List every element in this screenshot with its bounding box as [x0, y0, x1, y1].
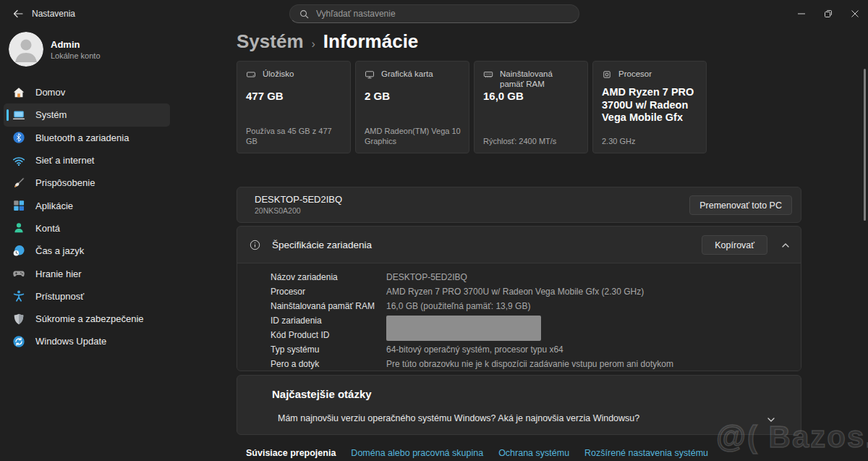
- time-language-icon: [12, 245, 25, 258]
- breadcrumb-parent[interactable]: Systém: [237, 30, 304, 53]
- window-controls: [788, 0, 868, 28]
- device-name-card: DESKTOP-5ED2IBQ 20NKS0A200 Premenovať to…: [237, 187, 801, 223]
- storage-icon: [246, 69, 256, 80]
- sidebar-item-label: Kontá: [35, 223, 60, 234]
- related-links: Súvisiace prepojenia Doména alebo pracov…: [246, 448, 708, 458]
- minimize-button[interactable]: [788, 0, 814, 28]
- spec-row: Procesor AMD Ryzen 7 PRO 3700U w/ Radeon…: [237, 284, 801, 299]
- storage-card[interactable]: Úložisko 477 GB Používa sa 45 GB z 477 G…: [237, 61, 351, 153]
- sidebar-item-domov[interactable]: Domov: [4, 81, 170, 103]
- sidebar-item-personalization[interactable]: Prispôsobenie: [4, 172, 170, 194]
- specs-body: Názov zariadenia DESKTOP-5ED2IBQ Proceso…: [237, 263, 801, 371]
- search-icon: [299, 9, 310, 20]
- card-label: Procesor: [618, 69, 652, 79]
- page-title: Informácie: [323, 30, 419, 53]
- specs-header[interactable]: Špecifikácie zariadenia Kopírovať: [237, 227, 801, 263]
- gaming-icon: [12, 267, 25, 280]
- restore-button[interactable]: [814, 0, 841, 28]
- back-button[interactable]: [7, 3, 29, 25]
- spec-label: Názov zariadenia: [271, 272, 386, 282]
- spec-value: Pre túto obrazovku nie je k dispozícii z…: [386, 359, 673, 369]
- sidebar-item-apps[interactable]: Aplikácie: [4, 194, 170, 216]
- link-advanced-system-settings[interactable]: Rozšírené nastavenia systému: [584, 448, 708, 458]
- breadcrumb-separator-icon: ›: [312, 38, 315, 51]
- related-links-title: Súvisiace prepojenia: [246, 448, 336, 458]
- card-detail: AMD Radeon(TM) Vega 10 Graphics: [365, 126, 463, 146]
- redacted-value-overlay: [386, 316, 541, 341]
- sidebar-item-bluetooth[interactable]: Bluetooth a zariadenia: [4, 127, 170, 149]
- breadcrumb: Systém › Informácie: [237, 30, 418, 53]
- watermark: @( Bazos.sk: [716, 420, 868, 454]
- chevron-up-icon[interactable]: [780, 240, 791, 250]
- link-system-protection[interactable]: Ochrana systému: [498, 448, 569, 458]
- bluetooth-icon: [12, 131, 25, 144]
- device-name: DESKTOP-5ED2IBQ: [255, 194, 342, 205]
- sidebar-item-privacy[interactable]: Súkromie a zabezpečenie: [4, 308, 170, 330]
- spec-label: Typ systému: [271, 344, 386, 355]
- sidebar: Admin Lokálne konto Domov Systém Bluetoo…: [0, 28, 224, 461]
- search-input[interactable]: [316, 9, 570, 19]
- sidebar-item-label: Aplikácie: [35, 200, 73, 211]
- spec-row: Názov zariadenia DESKTOP-5ED2IBQ: [237, 270, 801, 284]
- accounts-icon: [12, 221, 25, 234]
- gpu-icon: [365, 69, 375, 80]
- spec-label: Pero a dotyk: [271, 359, 386, 369]
- sidebar-item-label: Sieť a internet: [35, 155, 94, 166]
- spec-label: Nainštalovaná pamäť RAM: [271, 301, 386, 311]
- card-value: 16,0 GB: [483, 90, 580, 102]
- cpu-card[interactable]: Procesor AMD Ryzen 7 PRO 3700U w/ Radeon…: [592, 61, 707, 153]
- specs-title: Špecifikácie zariadenia: [272, 240, 372, 250]
- rename-pc-button[interactable]: Premenovať toto PC: [689, 195, 792, 215]
- spec-value: 16,0 GB (použiteľná pamäť: 13,9 GB): [386, 301, 530, 311]
- sidebar-item-time-language[interactable]: Čas a jazyk: [4, 240, 170, 262]
- spec-value: AMD Ryzen 7 PRO 3700U w/ Radeon Vega Mob…: [386, 287, 644, 297]
- spec-label: ID zariadenia: [271, 316, 386, 326]
- sidebar-nav: Domov Systém Bluetooth a zariadenia Sieť…: [4, 81, 170, 353]
- copy-button[interactable]: Kopírovať: [702, 235, 767, 255]
- sidebar-item-network[interactable]: Sieť a internet: [4, 149, 170, 172]
- windows-update-icon: [12, 335, 25, 348]
- card-label: Nainštalovaná pamäť RAM: [500, 69, 579, 89]
- sidebar-item-label: Systém: [35, 109, 67, 120]
- search-box[interactable]: [289, 4, 579, 23]
- ram-icon: [483, 69, 493, 80]
- sidebar-item-label: Prispôsobenie: [35, 177, 95, 188]
- spec-value: DESKTOP-5ED2IBQ: [386, 272, 467, 282]
- sidebar-item-label: Windows Update: [35, 336, 106, 347]
- back-arrow-icon: [12, 8, 24, 20]
- sidebar-item-gaming[interactable]: Hranie hier: [4, 262, 170, 284]
- faq-question[interactable]: Mám najnovšiu verziu operačného systému …: [278, 413, 639, 423]
- sidebar-item-label: Prístupnosť: [35, 291, 84, 302]
- sidebar-item-label: Súkromie a zabezpečenie: [35, 313, 144, 324]
- home-icon: [12, 86, 25, 99]
- sidebar-item-label: Domov: [35, 87, 65, 98]
- spec-label: Kód Product ID: [271, 330, 386, 340]
- sidebar-item-accounts[interactable]: Kontá: [4, 217, 170, 240]
- accessibility-icon: [12, 289, 25, 303]
- card-value: 2 GB: [365, 90, 461, 102]
- avatar[interactable]: [9, 32, 43, 67]
- close-button[interactable]: [841, 0, 868, 28]
- app-title: Nastavenia: [32, 9, 75, 19]
- link-domain-workgroup[interactable]: Doména alebo pracovná skupina: [351, 448, 483, 458]
- personalization-icon: [12, 177, 25, 190]
- info-icon: [250, 240, 260, 250]
- shield-icon: [12, 313, 25, 326]
- card-detail: Používa sa 45 GB z 477 GB: [246, 126, 344, 146]
- network-icon: [12, 154, 25, 167]
- cpu-icon: [602, 69, 612, 80]
- card-label: Grafická karta: [381, 69, 433, 79]
- spec-row: Pero a dotyk Pre túto obrazovku nie je k…: [237, 357, 801, 371]
- sidebar-item-accessibility[interactable]: Prístupnosť: [4, 285, 170, 308]
- scrollbar[interactable]: [864, 69, 866, 221]
- spec-label: Procesor: [271, 287, 386, 297]
- spec-value: 64-bitový operačný systém, procesor typu…: [386, 344, 563, 355]
- spec-row: Typ systému 64-bitový operačný systém, p…: [237, 342, 801, 357]
- sidebar-item-system[interactable]: Systém: [4, 103, 170, 126]
- ram-card[interactable]: Nainštalovaná pamäť RAM 16,0 GB Rýchlosť…: [474, 61, 588, 153]
- faq-title: Najčastejšie otázky: [272, 388, 372, 400]
- gpu-card[interactable]: Grafická karta 2 GB AMD Radeon(TM) Vega …: [355, 61, 469, 153]
- sidebar-item-windows-update[interactable]: Windows Update: [4, 330, 170, 352]
- sidebar-item-label: Hranie hier: [35, 268, 82, 279]
- system-icon: [12, 109, 25, 122]
